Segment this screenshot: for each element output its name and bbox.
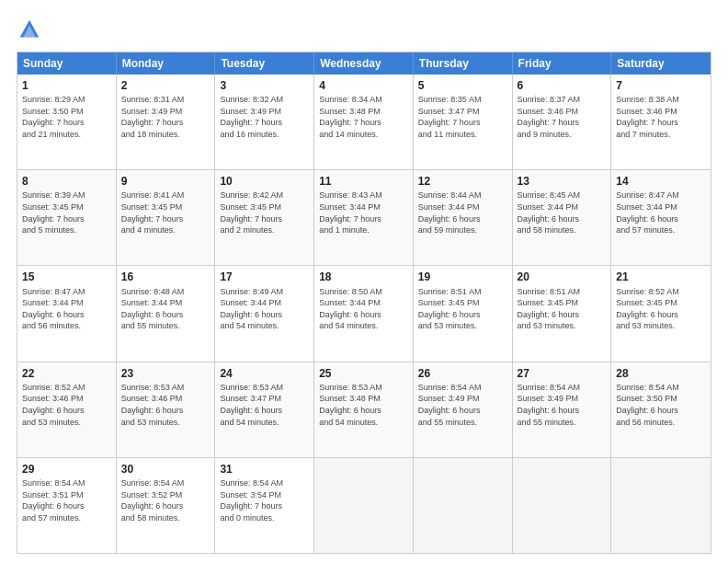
cal-header-cell: Sunday — [17, 52, 117, 75]
calendar-cell — [513, 458, 612, 553]
day-number: 17 — [220, 270, 309, 284]
calendar-cell: 26Sunrise: 8:54 AM Sunset: 3:49 PM Dayli… — [414, 362, 513, 457]
cell-info: Sunrise: 8:48 AM Sunset: 3:44 PM Dayligh… — [121, 286, 210, 332]
cell-info: Sunrise: 8:32 AM Sunset: 3:49 PM Dayligh… — [220, 94, 309, 140]
cal-header-cell: Monday — [117, 52, 216, 75]
calendar-cell: 27Sunrise: 8:54 AM Sunset: 3:49 PM Dayli… — [513, 362, 612, 457]
calendar-cell: 16Sunrise: 8:48 AM Sunset: 3:44 PM Dayli… — [117, 266, 216, 361]
day-number: 19 — [418, 270, 507, 284]
calendar-row: 1Sunrise: 8:29 AM Sunset: 3:50 PM Daylig… — [17, 75, 711, 169]
day-number: 12 — [418, 174, 507, 189]
cell-info: Sunrise: 8:54 AM Sunset: 3:52 PM Dayligh… — [121, 477, 210, 523]
calendar-header: SundayMondayTuesdayWednesdayThursdayFrid… — [17, 52, 711, 75]
logo-icon — [17, 17, 42, 42]
cell-info: Sunrise: 8:53 AM Sunset: 3:46 PM Dayligh… — [121, 382, 210, 428]
cell-info: Sunrise: 8:54 AM Sunset: 3:51 PM Dayligh… — [22, 477, 111, 523]
day-number: 15 — [22, 270, 111, 284]
calendar-cell: 9Sunrise: 8:41 AM Sunset: 3:45 PM Daylig… — [117, 170, 216, 265]
day-number: 30 — [121, 462, 210, 477]
calendar-cell: 15Sunrise: 8:47 AM Sunset: 3:44 PM Dayli… — [17, 266, 117, 361]
cell-info: Sunrise: 8:52 AM Sunset: 3:45 PM Dayligh… — [616, 286, 706, 332]
cell-info: Sunrise: 8:37 AM Sunset: 3:46 PM Dayligh… — [518, 94, 607, 140]
calendar-cell — [611, 458, 711, 553]
day-number: 13 — [518, 174, 607, 189]
page: SundayMondayTuesdayWednesdayThursdayFrid… — [0, 0, 728, 563]
cal-header-cell: Saturday — [611, 52, 711, 75]
day-number: 27 — [518, 366, 607, 381]
cell-info: Sunrise: 8:41 AM Sunset: 3:45 PM Dayligh… — [121, 190, 210, 236]
day-number: 18 — [319, 270, 408, 284]
day-number: 4 — [319, 78, 408, 93]
calendar-cell: 21Sunrise: 8:52 AM Sunset: 3:45 PM Dayli… — [611, 266, 711, 361]
cell-info: Sunrise: 8:47 AM Sunset: 3:44 PM Dayligh… — [616, 190, 706, 236]
calendar-row: 29Sunrise: 8:54 AM Sunset: 3:51 PM Dayli… — [17, 457, 711, 553]
cell-info: Sunrise: 8:42 AM Sunset: 3:45 PM Dayligh… — [220, 190, 309, 236]
calendar-cell: 1Sunrise: 8:29 AM Sunset: 3:50 PM Daylig… — [17, 75, 117, 169]
cell-info: Sunrise: 8:54 AM Sunset: 3:54 PM Dayligh… — [220, 477, 309, 523]
cell-info: Sunrise: 8:35 AM Sunset: 3:47 PM Dayligh… — [418, 94, 507, 140]
day-number: 28 — [616, 366, 706, 381]
header — [17, 17, 711, 42]
calendar-cell: 13Sunrise: 8:45 AM Sunset: 3:44 PM Dayli… — [513, 170, 612, 265]
cell-info: Sunrise: 8:54 AM Sunset: 3:49 PM Dayligh… — [518, 382, 607, 428]
calendar-cell: 25Sunrise: 8:53 AM Sunset: 3:48 PM Dayli… — [314, 362, 414, 457]
day-number: 16 — [121, 270, 210, 284]
day-number: 8 — [22, 174, 111, 189]
calendar-cell: 12Sunrise: 8:44 AM Sunset: 3:44 PM Dayli… — [414, 170, 513, 265]
day-number: 25 — [319, 366, 408, 381]
calendar-cell: 17Sunrise: 8:49 AM Sunset: 3:44 PM Dayli… — [215, 266, 314, 361]
calendar-cell: 19Sunrise: 8:51 AM Sunset: 3:45 PM Dayli… — [414, 266, 513, 361]
logo — [17, 17, 46, 42]
calendar-cell: 4Sunrise: 8:34 AM Sunset: 3:48 PM Daylig… — [314, 75, 414, 169]
calendar-body: 1Sunrise: 8:29 AM Sunset: 3:50 PM Daylig… — [17, 75, 711, 553]
calendar-cell: 2Sunrise: 8:31 AM Sunset: 3:49 PM Daylig… — [117, 75, 216, 169]
cell-info: Sunrise: 8:54 AM Sunset: 3:50 PM Dayligh… — [616, 382, 706, 428]
cell-info: Sunrise: 8:53 AM Sunset: 3:48 PM Dayligh… — [319, 382, 408, 428]
day-number: 11 — [319, 174, 408, 189]
day-number: 9 — [121, 174, 210, 189]
day-number: 10 — [220, 174, 309, 189]
calendar-row: 22Sunrise: 8:52 AM Sunset: 3:46 PM Dayli… — [17, 362, 711, 457]
calendar-cell: 18Sunrise: 8:50 AM Sunset: 3:44 PM Dayli… — [314, 266, 414, 361]
cell-info: Sunrise: 8:47 AM Sunset: 3:44 PM Dayligh… — [22, 286, 111, 332]
cell-info: Sunrise: 8:39 AM Sunset: 3:45 PM Dayligh… — [22, 190, 111, 236]
cal-header-cell: Tuesday — [215, 52, 314, 75]
day-number: 14 — [616, 174, 706, 189]
calendar-cell: 5Sunrise: 8:35 AM Sunset: 3:47 PM Daylig… — [414, 75, 513, 169]
day-number: 20 — [518, 270, 607, 284]
cell-info: Sunrise: 8:54 AM Sunset: 3:49 PM Dayligh… — [418, 382, 507, 428]
calendar-row: 15Sunrise: 8:47 AM Sunset: 3:44 PM Dayli… — [17, 265, 711, 361]
day-number: 23 — [121, 366, 210, 381]
calendar-cell: 22Sunrise: 8:52 AM Sunset: 3:46 PM Dayli… — [17, 362, 117, 457]
cell-info: Sunrise: 8:44 AM Sunset: 3:44 PM Dayligh… — [418, 190, 507, 236]
calendar-cell: 20Sunrise: 8:51 AM Sunset: 3:45 PM Dayli… — [513, 266, 612, 361]
calendar-cell: 29Sunrise: 8:54 AM Sunset: 3:51 PM Dayli… — [17, 458, 117, 553]
calendar-cell: 3Sunrise: 8:32 AM Sunset: 3:49 PM Daylig… — [215, 75, 314, 169]
day-number: 2 — [121, 78, 210, 93]
calendar-cell: 31Sunrise: 8:54 AM Sunset: 3:54 PM Dayli… — [215, 458, 314, 553]
cell-info: Sunrise: 8:31 AM Sunset: 3:49 PM Dayligh… — [121, 94, 210, 140]
calendar-cell — [414, 458, 513, 553]
calendar-cell — [314, 458, 414, 553]
calendar-cell: 23Sunrise: 8:53 AM Sunset: 3:46 PM Dayli… — [117, 362, 216, 457]
cell-info: Sunrise: 8:53 AM Sunset: 3:47 PM Dayligh… — [220, 382, 309, 428]
day-number: 1 — [22, 78, 111, 93]
day-number: 24 — [220, 366, 309, 381]
calendar-cell: 11Sunrise: 8:43 AM Sunset: 3:44 PM Dayli… — [314, 170, 414, 265]
day-number: 6 — [518, 78, 607, 93]
calendar-cell: 8Sunrise: 8:39 AM Sunset: 3:45 PM Daylig… — [17, 170, 117, 265]
day-number: 22 — [22, 366, 111, 381]
day-number: 29 — [22, 462, 111, 477]
calendar-cell: 6Sunrise: 8:37 AM Sunset: 3:46 PM Daylig… — [513, 75, 612, 169]
calendar-cell: 24Sunrise: 8:53 AM Sunset: 3:47 PM Dayli… — [215, 362, 314, 457]
day-number: 3 — [220, 78, 309, 93]
calendar-cell: 7Sunrise: 8:38 AM Sunset: 3:46 PM Daylig… — [611, 75, 711, 169]
day-number: 7 — [616, 78, 706, 93]
day-number: 26 — [418, 366, 507, 381]
cell-info: Sunrise: 8:38 AM Sunset: 3:46 PM Dayligh… — [616, 94, 706, 140]
day-number: 5 — [418, 78, 507, 93]
calendar-cell: 10Sunrise: 8:42 AM Sunset: 3:45 PM Dayli… — [215, 170, 314, 265]
cell-info: Sunrise: 8:51 AM Sunset: 3:45 PM Dayligh… — [518, 286, 607, 332]
day-number: 31 — [220, 462, 309, 477]
cell-info: Sunrise: 8:29 AM Sunset: 3:50 PM Dayligh… — [22, 94, 111, 140]
